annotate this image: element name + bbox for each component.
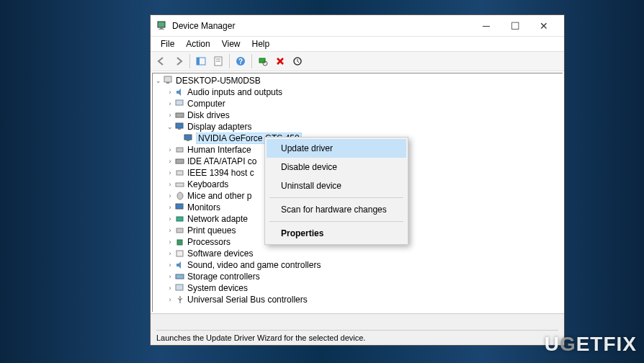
svg-rect-19	[184, 135, 192, 140]
keyboard-icon	[174, 179, 186, 189]
svg-rect-10	[259, 58, 265, 63]
ctx-update-driver[interactable]: Update driver	[267, 139, 406, 158]
ide-icon	[174, 156, 186, 166]
computer-icon	[163, 76, 174, 86]
tree-item-display-adapters[interactable]: ⌄ Display adapters	[153, 121, 563, 133]
menu-file[interactable]: File	[155, 37, 180, 50]
expander-icon[interactable]: ›	[166, 250, 174, 257]
network-icon	[174, 214, 186, 224]
audio-icon	[174, 87, 186, 97]
expander-icon[interactable]: ›	[166, 192, 174, 200]
expander-icon[interactable]: ›	[166, 169, 174, 176]
watermark: UGETFIX	[545, 333, 637, 356]
expander-icon[interactable]: ›	[166, 284, 174, 292]
tree-item[interactable]: › Disk drives	[153, 109, 563, 121]
menubar: File Action View Help	[151, 37, 564, 51]
svg-rect-22	[176, 159, 184, 163]
processor-icon	[174, 237, 186, 247]
statusbar-text: Launches the Update Driver Wizard for th…	[156, 333, 365, 342]
ctx-properties[interactable]: Properties	[267, 224, 406, 243]
tree-item[interactable]: › Audio inputs and outputs	[153, 86, 563, 98]
expander-icon[interactable]: ›	[166, 181, 174, 188]
help-button[interactable]: ?	[233, 53, 249, 69]
svg-rect-30	[176, 251, 183, 256]
tree-item[interactable]: › Sound, video and game controllers	[153, 259, 563, 271]
toolbar-separator	[251, 54, 252, 68]
window-title: Device Manager	[172, 21, 472, 31]
storage-icon	[174, 272, 186, 282]
expander-icon[interactable]: ›	[166, 296, 174, 303]
window-controls: ─ ☐ ✕	[472, 16, 558, 36]
svg-rect-0	[158, 22, 165, 27]
update-driver-button[interactable]	[290, 53, 305, 69]
expander-icon[interactable]: ›	[166, 227, 174, 234]
maximize-button[interactable]: ☐	[501, 16, 529, 36]
expander-icon[interactable]: ›	[166, 112, 174, 119]
svg-rect-18	[178, 128, 181, 130]
usb-icon	[174, 295, 186, 305]
tree-item[interactable]: › System devices	[153, 282, 563, 294]
printer-icon	[174, 225, 186, 236]
ctx-separator	[269, 197, 403, 198]
menu-action[interactable]: Action	[180, 37, 215, 50]
svg-rect-4	[197, 58, 200, 65]
svg-rect-27	[176, 217, 183, 221]
svg-rect-31	[176, 274, 184, 279]
expander-icon[interactable]: ›	[166, 215, 174, 223]
svg-rect-24	[176, 183, 184, 187]
menu-help[interactable]: Help	[246, 37, 276, 50]
computer-icon	[174, 99, 186, 109]
device-manager-window: Device Manager ─ ☐ ✕ File Action View He…	[150, 14, 565, 346]
expander-icon[interactable]: ›	[166, 100, 174, 107]
forward-button[interactable]	[171, 53, 187, 69]
back-button[interactable]	[153, 53, 169, 69]
ctx-uninstall-device[interactable]: Uninstall device	[267, 176, 406, 195]
expander-icon[interactable]: ›	[166, 273, 174, 280]
app-icon	[156, 20, 168, 32]
show-hide-button[interactable]	[193, 53, 209, 69]
titlebar: Device Manager ─ ☐ ✕	[151, 15, 564, 37]
uninstall-button[interactable]	[272, 53, 288, 69]
tree-root-label: DESKTOP-U5M0DSB	[176, 76, 261, 86]
expander-icon[interactable]: ⌄	[166, 123, 174, 130]
tree-item[interactable]: › Universal Serial Bus controllers	[153, 294, 563, 305]
scan-hardware-button[interactable]	[255, 53, 271, 69]
ctx-scan-hardware[interactable]: Scan for hardware changes	[267, 200, 406, 219]
tree-item[interactable]: › Computer	[153, 98, 563, 109]
svg-point-25	[177, 192, 183, 200]
software-icon	[174, 248, 186, 259]
tree-item[interactable]: › Software devices	[153, 248, 563, 259]
expander-icon[interactable]: ›	[166, 204, 174, 211]
disk-icon	[174, 110, 186, 120]
close-button[interactable]: ✕	[529, 16, 558, 36]
ieee1394-icon	[174, 168, 186, 178]
ctx-separator	[269, 221, 403, 222]
ctx-disable-device[interactable]: Disable device	[267, 158, 406, 176]
device-tree[interactable]: ⌄ DESKTOP-U5M0DSB › Audio inputs and out…	[152, 73, 563, 312]
tree-item[interactable]: › Storage controllers	[153, 271, 563, 282]
svg-rect-23	[176, 171, 183, 175]
svg-text:?: ?	[238, 58, 243, 66]
expander-icon[interactable]: ›	[166, 261, 174, 269]
expander-icon[interactable]: ›	[166, 158, 174, 165]
svg-rect-17	[176, 123, 183, 128]
properties-button[interactable]	[210, 53, 226, 69]
svg-rect-1	[160, 27, 163, 29]
svg-rect-14	[166, 82, 169, 84]
minimize-button[interactable]: ─	[472, 16, 501, 36]
context-menu: Update driver Disable device Uninstall d…	[264, 137, 408, 245]
expander-icon[interactable]: ›	[166, 146, 174, 153]
expander-icon[interactable]: ›	[166, 238, 174, 246]
statusbar: Launches the Update Driver Wizard for th…	[151, 313, 564, 345]
expander-icon[interactable]: ⌄	[154, 77, 163, 84]
expander-icon[interactable]: ›	[166, 89, 174, 96]
mouse-icon	[174, 191, 186, 201]
svg-rect-2	[158, 29, 164, 30]
menu-view[interactable]: View	[216, 37, 246, 50]
tree-root[interactable]: ⌄ DESKTOP-U5M0DSB	[153, 75, 563, 86]
svg-rect-21	[176, 148, 183, 152]
toolbar: ?	[151, 51, 564, 71]
svg-rect-13	[164, 76, 171, 82]
svg-rect-20	[187, 140, 189, 141]
sound-icon	[174, 260, 186, 270]
